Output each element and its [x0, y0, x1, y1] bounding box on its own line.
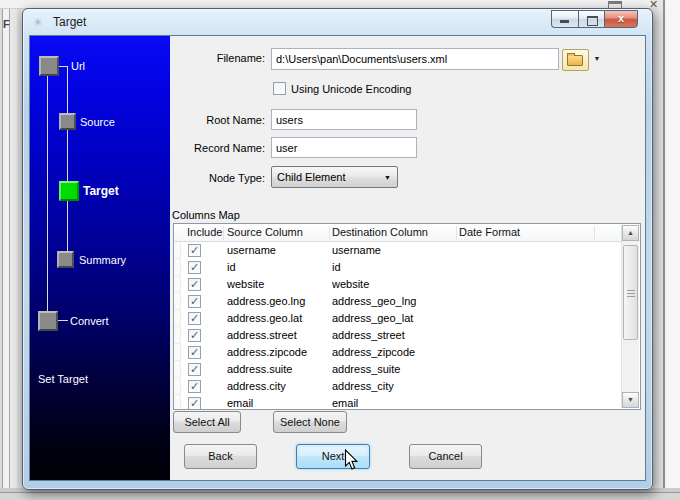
table-row[interactable]: website website	[174, 276, 640, 293]
step-label-summary: Summary	[79, 254, 126, 266]
row-checkbox[interactable]	[188, 329, 201, 342]
background-window-left-edge: F	[0, 0, 22, 500]
root-name-input[interactable]	[271, 109, 417, 130]
header-date-format[interactable]: Date Format	[459, 226, 520, 238]
maximize-button[interactable]	[578, 10, 604, 28]
source-cell: username	[227, 244, 276, 256]
destination-cell: address_city	[332, 380, 394, 392]
table-row[interactable]: id id	[174, 259, 640, 276]
background-window-right-edge	[651, 0, 680, 500]
step-square-convert	[38, 311, 58, 331]
row-checkbox[interactable]	[188, 312, 201, 325]
table-row[interactable]: address.city address_city	[174, 378, 640, 395]
screen: F ✕ ✳ Target x Url	[0, 0, 680, 500]
minimize-icon	[560, 20, 569, 23]
row-checkbox[interactable]	[188, 278, 201, 291]
row-checkbox[interactable]	[188, 380, 201, 393]
destination-cell: website	[332, 278, 369, 290]
unicode-checkbox-label: Using Unicode Encoding	[291, 83, 411, 95]
destination-cell: address_street	[332, 329, 405, 341]
record-name-input[interactable]	[271, 137, 417, 158]
browse-file-button[interactable]	[562, 49, 589, 71]
destination-cell: address_zipcode	[332, 346, 415, 358]
title-bar[interactable]: ✳ Target x	[23, 9, 652, 35]
row-checkbox[interactable]	[188, 346, 201, 359]
tree-line-url-stub	[59, 66, 68, 67]
folder-icon	[567, 55, 583, 66]
filename-label: Filename:	[170, 52, 265, 64]
chevron-down-icon: ▼	[384, 174, 391, 181]
step-square-source	[59, 113, 76, 130]
maximize-icon	[587, 16, 598, 26]
table-row[interactable]: address.street address_street	[174, 327, 640, 344]
row-checkbox[interactable]	[188, 244, 201, 257]
header-destination-column[interactable]: Destination Column	[332, 226, 428, 238]
filename-input[interactable]	[271, 48, 559, 70]
step-square-target	[59, 181, 79, 201]
tree-line-convert-stub	[58, 320, 68, 321]
table-row[interactable]: address.geo.lng address_geo_lng	[174, 293, 640, 310]
table-row[interactable]: address.geo.lat address_geo_lat	[174, 310, 640, 327]
unicode-checkbox[interactable]	[273, 82, 286, 95]
destination-cell: address_geo_lat	[332, 312, 413, 324]
row-checkbox[interactable]	[188, 261, 201, 274]
step-label-convert: Convert	[70, 315, 109, 327]
header-include[interactable]: Include	[187, 226, 222, 238]
columns-map-table[interactable]: Include Source Column Destination Column…	[173, 223, 641, 410]
caption-buttons: x	[551, 10, 638, 28]
background-partial-text: F	[3, 18, 10, 30]
select-none-button[interactable]: Select None	[273, 411, 347, 433]
step-square-url	[39, 56, 59, 76]
table-row[interactable]: address.suite address_suite	[174, 361, 640, 378]
tree-line-vertical-left	[47, 76, 48, 312]
header-source-column[interactable]: Source Column	[227, 226, 303, 238]
target-dialog: ✳ Target x Url Source Target	[22, 8, 653, 490]
node-type-value: Child Element	[277, 171, 345, 183]
scroll-down-button[interactable]: ▼	[622, 392, 639, 408]
table-header: Include Source Column Destination Column…	[174, 224, 640, 242]
source-cell: address.street	[227, 329, 297, 341]
destination-cell: address_geo_lng	[332, 295, 416, 307]
source-cell: address.zipcode	[227, 346, 307, 358]
step-square-summary	[57, 251, 74, 268]
source-cell: id	[227, 261, 236, 273]
window-title: Target	[53, 15, 86, 29]
record-name-label: Record Name:	[170, 142, 265, 154]
source-cell: address.suite	[227, 363, 292, 375]
step-label-target: Target	[83, 184, 119, 198]
source-cell: email	[227, 397, 253, 409]
destination-cell: email	[332, 397, 358, 409]
source-cell: website	[227, 278, 264, 290]
columns-map-title: Columns Map	[172, 209, 240, 221]
close-icon: x	[605, 12, 637, 24]
cancel-button[interactable]: Cancel	[409, 444, 482, 469]
table-row[interactable]: address.zipcode address_zipcode	[174, 344, 640, 361]
step-label-url: Url	[71, 60, 85, 72]
table-row[interactable]: email email	[174, 395, 640, 410]
row-checkbox[interactable]	[188, 363, 201, 376]
destination-cell: id	[332, 261, 341, 273]
window-icon: ✳	[33, 15, 47, 29]
step-label-source: Source	[80, 116, 115, 128]
sidebar-caption: Set Target	[38, 373, 88, 385]
node-type-select[interactable]: Child Element ▼	[271, 166, 398, 188]
close-button[interactable]: x	[604, 10, 638, 28]
destination-cell: address_suite	[332, 363, 401, 375]
minimize-button[interactable]	[551, 10, 578, 28]
destination-cell: username	[332, 244, 381, 256]
back-button[interactable]: Back	[184, 444, 257, 469]
dialog-client-area: Url Source Target Summary Convert Set Ta…	[29, 35, 646, 481]
table-row[interactable]: username username	[174, 242, 640, 259]
node-type-label: Node Type:	[170, 172, 265, 184]
vertical-scrollbar[interactable]: ▲ ▼	[621, 225, 639, 408]
source-cell: address.city	[227, 380, 286, 392]
source-cell: address.geo.lat	[227, 312, 302, 324]
scrollbar-thumb[interactable]	[623, 245, 638, 340]
filename-dropdown-arrow[interactable]: ▼	[589, 49, 605, 69]
row-checkbox[interactable]	[188, 295, 201, 308]
select-all-button[interactable]: Select All	[173, 411, 241, 433]
tree-line-vertical-right	[67, 66, 68, 260]
scroll-up-button[interactable]: ▲	[622, 225, 639, 241]
row-checkbox[interactable]	[188, 397, 201, 410]
wizard-steps-sidebar: Url Source Target Summary Convert Set Ta…	[30, 36, 170, 480]
